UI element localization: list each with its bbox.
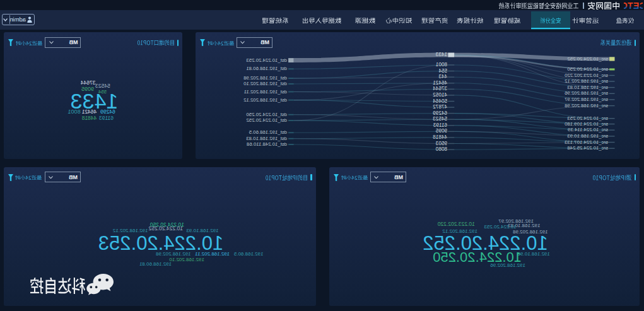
svg-text:CETC: CETC bbox=[624, 1, 643, 9]
